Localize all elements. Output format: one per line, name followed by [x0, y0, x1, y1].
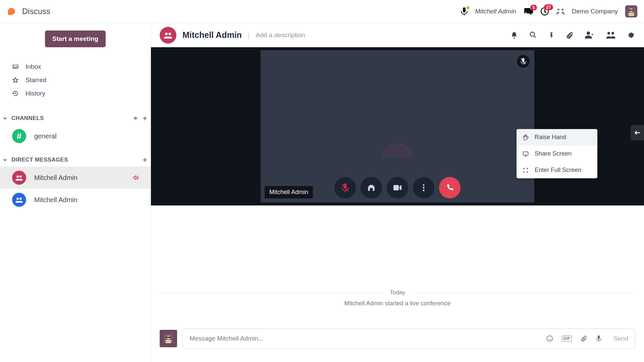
mic-status-icon[interactable]	[461, 7, 468, 15]
svg-point-12	[530, 32, 535, 36]
app-title: Discuss	[22, 7, 50, 16]
sidebar: Start a meeting Inbox Starred History CH…	[0, 23, 151, 362]
message-log: Today Mitchell Admin started a live conf…	[151, 205, 644, 328]
chat-title: Mitchell Admin	[182, 30, 242, 40]
svg-rect-3	[629, 9, 634, 11]
attachment-icon[interactable]	[566, 31, 574, 39]
svg-point-11	[168, 33, 171, 35]
chevron-down-icon	[2, 157, 8, 163]
video-tile: Mitchell Admin	[260, 50, 535, 203]
ctx-share-screen[interactable]: Share Screen	[517, 145, 597, 162]
svg-point-6	[16, 176, 19, 178]
activities-badge: 27	[544, 4, 553, 10]
current-user-name[interactable]: Mitchell Admin	[475, 8, 516, 15]
svg-point-13	[587, 32, 590, 35]
svg-point-15	[611, 32, 614, 35]
sidebar-item-history[interactable]: History	[0, 87, 151, 100]
channel-item-general[interactable]: # general	[0, 125, 151, 147]
svg-point-19	[423, 184, 425, 186]
dm-label: DIRECT MESSAGES	[11, 157, 142, 163]
svg-point-10	[165, 33, 168, 35]
search-icon[interactable]	[529, 31, 537, 39]
channels-label: CHANNELS	[11, 115, 132, 122]
dm-item[interactable]: Mitchell Admin	[0, 189, 151, 211]
members-icon[interactable]	[606, 31, 616, 39]
sidebar-item-label: Inbox	[25, 63, 41, 70]
dm-name: Mitchell Admin	[34, 196, 77, 204]
add-member-icon[interactable]	[585, 31, 594, 39]
end-call-button[interactable]	[439, 177, 461, 198]
attach-icon[interactable]	[581, 335, 587, 342]
toggle-mic-button[interactable]	[334, 177, 356, 198]
dm-add-icon[interactable]	[142, 157, 148, 163]
sidebar-item-label: Starred	[25, 76, 46, 84]
app-logo	[7, 7, 16, 16]
ctx-label: Raise Hand	[535, 134, 566, 141]
chat-header: Mitchell Admin | Add a description	[151, 23, 644, 47]
channel-name: general	[34, 132, 57, 140]
composer: GIF Send	[182, 328, 635, 349]
toggle-camera-button[interactable]	[387, 177, 408, 198]
activities-icon[interactable]: 27	[540, 7, 549, 16]
company-selector[interactable]: Demo Company	[572, 8, 618, 15]
channels-section-header[interactable]: CHANNELS	[0, 112, 151, 125]
settings-icon[interactable]	[627, 31, 635, 39]
toggle-audio-button[interactable]	[361, 177, 382, 198]
messages-badge: 5	[530, 5, 537, 10]
svg-rect-22	[523, 152, 528, 155]
chevron-down-icon	[2, 115, 8, 121]
svg-point-8	[16, 198, 19, 200]
tools-icon[interactable]	[556, 7, 565, 15]
svg-point-21	[423, 190, 425, 191]
channels-add-icon[interactable]	[142, 115, 148, 121]
user-avatar[interactable]	[625, 5, 637, 17]
messaging-icon[interactable]: 5	[524, 7, 533, 15]
hash-icon: #	[12, 129, 26, 143]
system-message: Mitchell Admin started a live conference	[151, 300, 644, 307]
svg-point-7	[19, 176, 22, 178]
svg-point-20	[423, 187, 425, 189]
svg-point-14	[607, 32, 610, 35]
notifications-icon[interactable]	[511, 31, 518, 39]
chat-description-button[interactable]: Add a description	[256, 32, 305, 39]
composer-row: GIF Send	[151, 328, 644, 362]
svg-rect-26	[166, 340, 171, 344]
ctx-raise-hand[interactable]: Raise Hand	[517, 129, 597, 145]
content: Mitchell Admin | Add a description	[151, 23, 644, 362]
group-icon	[12, 171, 26, 185]
pin-icon[interactable]	[548, 31, 555, 39]
dm-name: Mitchell Admin	[34, 174, 77, 182]
send-button[interactable]: Send	[613, 335, 628, 342]
topbar: Discuss Mitchell Admin 5 27 Demo Company	[0, 0, 644, 23]
emoji-icon[interactable]	[546, 335, 553, 342]
svg-rect-18	[393, 185, 399, 190]
ctx-full-screen[interactable]: Enter Full Screen	[517, 162, 597, 178]
svg-rect-4	[629, 13, 634, 16]
participant-name-chip: Mitchell Admin	[265, 186, 313, 198]
day-separator: Today	[151, 289, 644, 296]
dm-item[interactable]: Mitchell Admin	[0, 167, 151, 189]
call-context-menu: Raise Hand Share Screen Enter Full Scree…	[517, 129, 597, 178]
channels-settings-icon[interactable]	[132, 115, 139, 121]
voice-icon[interactable]	[596, 335, 601, 342]
svg-point-27	[547, 336, 553, 342]
audio-active-icon	[132, 175, 139, 181]
sidebar-item-starred[interactable]: Starred	[0, 73, 151, 87]
svg-rect-25	[166, 337, 171, 338]
ctx-label: Enter Full Screen	[535, 167, 581, 174]
group-icon	[12, 193, 26, 207]
expand-panel-button[interactable]	[631, 125, 644, 140]
chat-avatar	[160, 27, 176, 44]
message-input[interactable]	[190, 335, 546, 342]
sidebar-item-inbox[interactable]: Inbox	[0, 60, 151, 73]
more-options-button[interactable]	[413, 177, 434, 198]
start-meeting-button[interactable]: Start a meeting	[45, 31, 106, 47]
svg-point-9	[19, 198, 22, 200]
day-label: Today	[390, 289, 405, 296]
composer-avatar	[160, 330, 177, 347]
ctx-label: Share Screen	[535, 150, 572, 157]
participant-muted-icon	[517, 55, 530, 68]
participant-avatar-placeholder	[382, 144, 413, 158]
dm-section-header[interactable]: DIRECT MESSAGES	[0, 153, 151, 167]
gif-icon[interactable]: GIF	[562, 336, 572, 342]
